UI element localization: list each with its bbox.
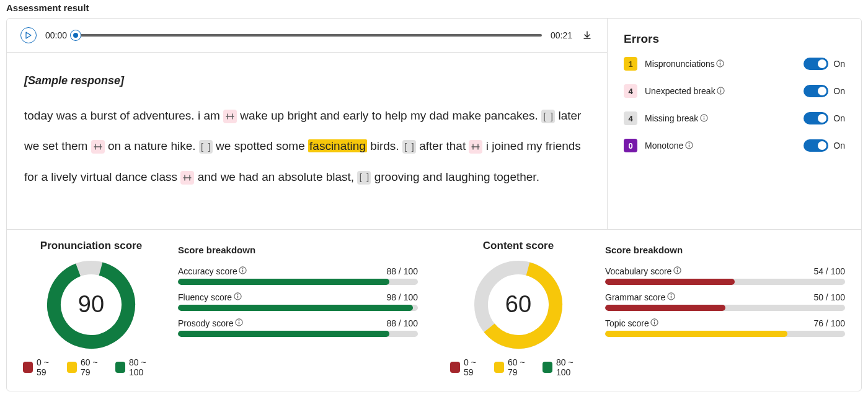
- transcript-text: today was a burst of adventures. i am: [24, 109, 223, 122]
- transcript-text: after that: [416, 139, 469, 152]
- bar-value: 50 / 100: [813, 292, 845, 302]
- bar-value: 98 / 100: [386, 292, 418, 302]
- score-bar: Accuracy score88 / 100: [178, 266, 418, 285]
- svg-rect-19: [237, 296, 238, 299]
- transcript-text: and we had an absolute blast,: [194, 170, 357, 183]
- unexpected-break-marker[interactable]: [469, 140, 482, 154]
- bar-label: Accuracy score: [178, 266, 247, 276]
- gauge-value: 90: [45, 258, 138, 351]
- svg-point-26: [677, 268, 678, 269]
- time-total: 00:21: [551, 30, 572, 40]
- bar-label: Fluency score: [178, 292, 242, 302]
- error-label: Missing break: [645, 113, 708, 123]
- bar-label: Grammar score: [605, 292, 675, 302]
- svg-rect-33: [654, 322, 655, 325]
- bar-label: Vocabulary score: [605, 266, 681, 276]
- svg-point-21: [239, 320, 240, 321]
- sample-response-label: [Sample response]: [24, 66, 590, 95]
- svg-point-4: [720, 88, 722, 89]
- errors-title: Errors: [624, 32, 845, 46]
- info-icon[interactable]: [717, 86, 725, 95]
- missing-break-marker[interactable]: [ ]: [402, 140, 416, 154]
- missing-break-marker[interactable]: [ ]: [199, 140, 213, 154]
- score-block: Pronunciation score900 ~ 5960 ~ 7980 ~ 1…: [7, 237, 434, 377]
- score-gauge: 60: [472, 258, 565, 351]
- error-toggle[interactable]: [804, 85, 828, 97]
- bar-value: 88 / 100: [386, 318, 418, 328]
- error-label: Monotone: [645, 141, 693, 150]
- error-label: Mispronunciations: [645, 59, 725, 69]
- info-icon[interactable]: [673, 266, 681, 275]
- assessment-panel: 00:00 00:21 [Sample response] today was …: [6, 18, 862, 391]
- error-toggle[interactable]: [804, 58, 828, 70]
- time-current: 00:00: [45, 30, 67, 40]
- legend-item: 60 ~ 79: [494, 357, 534, 377]
- download-button[interactable]: [581, 29, 593, 41]
- bar-value: 88 / 100: [386, 266, 418, 276]
- score-title: Content score: [483, 240, 554, 252]
- svg-rect-5: [720, 90, 721, 92]
- score-bar: Grammar score50 / 100: [605, 292, 845, 311]
- section-title: Assessment result: [6, 0, 862, 15]
- svg-point-1: [720, 61, 721, 62]
- bar-label: Prosody score: [178, 318, 243, 328]
- missing-break-marker[interactable]: [ ]: [357, 171, 371, 185]
- info-icon[interactable]: [699, 113, 708, 122]
- audio-player: 00:00 00:21: [7, 19, 607, 53]
- legend-item: 60 ~ 79: [67, 357, 107, 377]
- svg-rect-2: [720, 63, 720, 65]
- mispronunciation-highlight[interactable]: fascinating: [308, 139, 367, 152]
- svg-rect-22: [239, 322, 239, 325]
- legend-item: 0 ~ 59: [23, 357, 58, 377]
- transcript: [Sample response] today was a burst of a…: [7, 53, 607, 229]
- info-icon[interactable]: [650, 318, 659, 327]
- info-icon[interactable]: [239, 266, 247, 275]
- svg-point-10: [688, 142, 689, 144]
- svg-rect-30: [671, 296, 671, 299]
- breakdown-title: Score breakdown: [605, 245, 845, 255]
- svg-point-32: [654, 320, 655, 321]
- info-icon[interactable]: [684, 141, 693, 149]
- info-icon[interactable]: [234, 318, 243, 327]
- error-count-badge: 4: [624, 111, 637, 125]
- error-row: 0MonotoneOn: [624, 139, 845, 152]
- seek-slider[interactable]: [76, 29, 542, 41]
- errors-pane: Errors 1MispronunciationsOn4Unexpected b…: [607, 19, 861, 229]
- score-bar: Prosody score88 / 100: [178, 318, 418, 337]
- info-icon[interactable]: [233, 292, 242, 301]
- svg-rect-8: [704, 117, 704, 120]
- svg-rect-27: [677, 270, 678, 273]
- toggle-state: On: [833, 113, 845, 123]
- svg-point-7: [704, 115, 705, 116]
- transcript-text: on a nature hike.: [105, 139, 199, 152]
- toggle-state: On: [833, 141, 845, 150]
- transcript-text: grooving and laughing together.: [371, 170, 539, 183]
- svg-point-15: [242, 268, 244, 269]
- error-toggle[interactable]: [804, 112, 828, 124]
- unexpected-break-marker[interactable]: [223, 110, 237, 123]
- score-bar: Fluency score98 / 100: [178, 292, 418, 311]
- transcript-text: we spotted some: [213, 139, 308, 152]
- error-row: 1MispronunciationsOn: [624, 57, 845, 71]
- unexpected-break-marker[interactable]: [91, 140, 105, 154]
- breakdown-title: Score breakdown: [178, 245, 418, 255]
- legend: 0 ~ 5960 ~ 7980 ~ 100: [450, 357, 587, 377]
- error-toggle[interactable]: [804, 139, 828, 152]
- bar-label: Topic score: [605, 318, 659, 328]
- unexpected-break-marker[interactable]: [180, 171, 194, 185]
- error-count-badge: 4: [624, 84, 637, 98]
- missing-break-marker[interactable]: [ ]: [541, 110, 555, 123]
- transcript-text: birds.: [367, 139, 402, 152]
- legend-item: 80 ~ 100: [542, 357, 587, 377]
- error-row: 4Missing breakOn: [624, 111, 845, 125]
- info-icon[interactable]: [666, 292, 675, 301]
- info-icon[interactable]: [716, 59, 725, 68]
- toggle-state: On: [833, 59, 845, 69]
- legend: 0 ~ 5960 ~ 7980 ~ 100: [23, 357, 159, 377]
- score-bar: Vocabulary score54 / 100: [605, 266, 845, 285]
- gauge-value: 60: [472, 258, 565, 351]
- svg-rect-11: [689, 144, 689, 147]
- play-button[interactable]: [20, 27, 37, 43]
- bar-value: 76 / 100: [813, 318, 845, 328]
- legend-item: 0 ~ 59: [450, 357, 485, 377]
